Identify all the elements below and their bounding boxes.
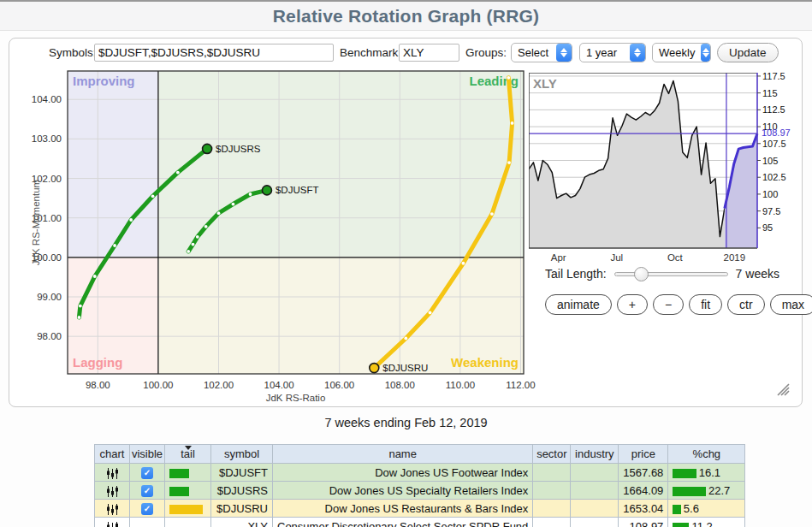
- select-arrows-icon: [556, 44, 572, 62]
- rrg-x-tick-label: 98.00: [86, 380, 110, 390]
- benchmark-area: [529, 80, 725, 248]
- rrg-marker-$DJUSRU[interactable]: [370, 364, 379, 373]
- table-row-$DJUSRU: ✓$DJUSRUDow Jones US Restaurants & Bars …: [95, 500, 745, 518]
- mini-chart-symbol-label: XLY: [533, 76, 557, 91]
- symbols-table: chart visible tail symbol name sector in…: [94, 444, 745, 527]
- rrg-tail-dot: [232, 203, 235, 206]
- chart-cell: [95, 500, 130, 518]
- name-cell: Dow Jones US Specialty Retailers Index: [273, 482, 533, 500]
- quadrant-label-improving: Improving: [73, 74, 135, 88]
- rrg-x-axis-title: JdK RS-Ratio: [266, 393, 326, 403]
- rrg-x-tick-label: 108.00: [385, 380, 415, 390]
- fit-button[interactable]: fit: [689, 294, 722, 315]
- max-button[interactable]: max: [770, 294, 812, 315]
- table-row-$DJUSRS: ✓$DJUSRSDow Jones US Specialty Retailers…: [95, 482, 745, 500]
- page-title: Relative Rotation Graph (RRG): [273, 6, 540, 27]
- header-industry[interactable]: industry: [571, 445, 619, 464]
- header-name[interactable]: name: [273, 445, 533, 464]
- date-range-caption: 7 weeks ending Feb 12, 2019: [0, 416, 812, 429]
- name-cell: Dow Jones US Footwear Index: [273, 464, 533, 482]
- tail-cell: [165, 518, 211, 527]
- visible-checkbox[interactable]: ✓: [141, 467, 153, 479]
- animate-button[interactable]: animate: [545, 294, 612, 315]
- zoom-in-button[interactable]: +: [617, 294, 648, 315]
- header-visible[interactable]: visible: [130, 445, 165, 464]
- chart-icon[interactable]: [106, 468, 119, 479]
- tail-swatch[interactable]: [169, 469, 189, 478]
- table-row-XLY: XLYConsumer Discretionary Select Sector …: [95, 518, 745, 527]
- benchmark-input[interactable]: [399, 44, 459, 62]
- industry-cell: [571, 464, 619, 482]
- rrg-tail-dot: [93, 275, 97, 278]
- tail-length-slider[interactable]: [614, 272, 728, 276]
- tail-length-slider-thumb[interactable]: [634, 267, 649, 281]
- resize-grip-icon[interactable]: [775, 383, 790, 396]
- mini-y-tick-label: 107.5: [762, 139, 786, 149]
- header-symbol[interactable]: symbol: [211, 445, 273, 464]
- rrg-marker-label-$DJUSRS: $DJUSRS: [216, 144, 261, 154]
- sector-cell: [533, 518, 571, 527]
- price-cell: 1664.09: [619, 482, 668, 500]
- rrg-marker-label-$DJUSRU: $DJUSRU: [382, 363, 428, 373]
- chart-icon[interactable]: [106, 504, 119, 515]
- mini-y-tick-label: 100: [762, 189, 778, 199]
- rrg-tail-dot: [507, 161, 511, 164]
- industry-cell: [571, 518, 619, 527]
- rrg-tail-dot: [404, 337, 407, 340]
- tail-length-label: Tail Length:: [545, 267, 607, 281]
- rrg-tail-dot: [249, 192, 252, 196]
- rrg-y-tick-label: 98.00: [37, 331, 62, 341]
- rrg-tail-dot: [511, 121, 514, 125]
- rrg-marker-$DJUSFT[interactable]: [262, 186, 271, 195]
- header-tail[interactable]: tail: [165, 445, 211, 464]
- rrg-tail-dot: [217, 211, 221, 215]
- table-header-row: chart visible tail symbol name sector in…: [95, 445, 745, 464]
- quadrant-label-weakening: Weakening: [451, 355, 519, 370]
- period-select[interactable]: 1 year: [579, 43, 646, 62]
- mini-y-tick-label: 97.5: [762, 206, 780, 216]
- visible-checkbox[interactable]: ✓: [141, 503, 153, 515]
- mini-x-tick-label: 2019: [724, 252, 746, 263]
- frequency-select[interactable]: Weekly: [652, 43, 711, 62]
- tail-length-value: 7 weeks: [736, 267, 779, 281]
- tail-swatch[interactable]: [169, 487, 189, 496]
- visible-checkbox[interactable]: ✓: [141, 485, 153, 497]
- header-pchg[interactable]: %chg: [668, 445, 745, 464]
- quadrant-leading: [158, 71, 524, 258]
- tail-swatch[interactable]: [169, 505, 203, 514]
- rrg-tail-dot: [79, 305, 82, 308]
- rrg-tail-dot: [187, 250, 190, 253]
- symbol-cell: $DJUSRS: [211, 482, 273, 500]
- pchg-value: 22.7: [708, 484, 730, 497]
- visible-cell: ✓: [130, 464, 165, 482]
- industry-cell: [571, 482, 619, 500]
- rrg-x-tick-label: 102.00: [204, 380, 234, 390]
- rrg-chart[interactable]: 98.00100.00102.00104.00106.00108.00110.0…: [29, 65, 546, 407]
- pchg-cell: 22.7: [668, 482, 745, 500]
- chart-icon[interactable]: [106, 486, 119, 497]
- rrg-tail-dot: [196, 235, 199, 239]
- mini-y-tick-label: 105: [762, 156, 778, 166]
- chart-icon[interactable]: [106, 522, 119, 527]
- name-cell: Consumer Discretionary Select Sector SPD…: [273, 518, 533, 527]
- price-cell: 1653.04: [619, 500, 668, 518]
- mini-y-tick-label: 117.5: [762, 73, 785, 81]
- header-chart[interactable]: chart: [95, 445, 130, 464]
- header-price[interactable]: price: [619, 445, 668, 464]
- price-cell: 108.97: [619, 518, 668, 527]
- zoom-out-button[interactable]: −: [653, 294, 684, 315]
- groups-select[interactable]: - Select -: [511, 43, 572, 62]
- header-sector[interactable]: sector: [533, 445, 571, 464]
- visible-cell: ✓: [130, 500, 165, 518]
- rrg-x-tick-label: 112.00: [506, 380, 535, 390]
- rrg-tail-dot: [490, 212, 494, 216]
- rrg-y-tick-label: 103.00: [32, 133, 62, 144]
- rrg-marker-$DJUSRS[interactable]: [203, 144, 212, 153]
- rrg-x-tick-label: 106.00: [324, 380, 354, 390]
- symbols-input[interactable]: [94, 44, 334, 62]
- rrg-tail-dot: [429, 311, 432, 315]
- symbols-label: Symbols:: [49, 46, 97, 59]
- frequency-select-value: Weekly: [653, 44, 701, 62]
- center-button[interactable]: ctr: [727, 294, 765, 315]
- update-button[interactable]: Update: [717, 43, 779, 62]
